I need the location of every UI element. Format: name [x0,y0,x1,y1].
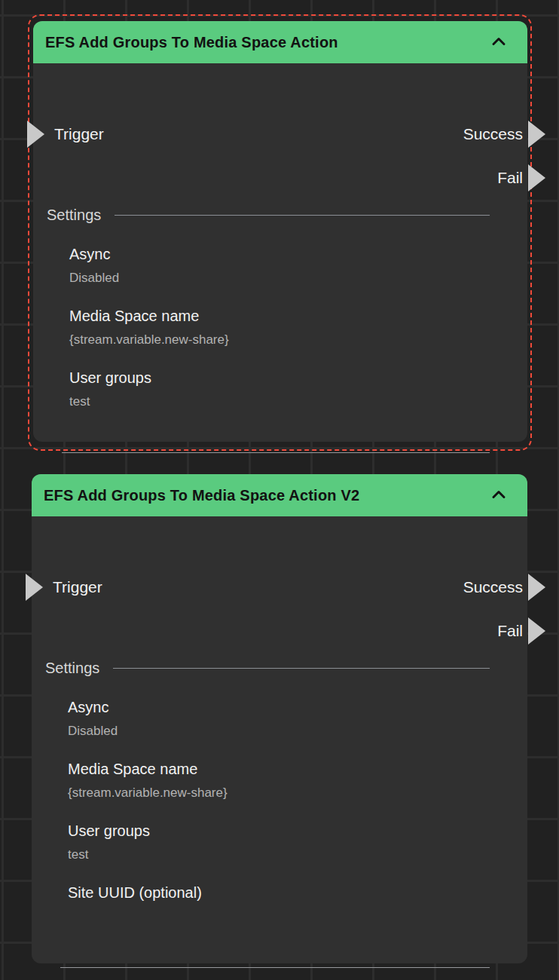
fail-output-port[interactable] [528,164,545,191]
node-body: Trigger Success Fail Settings Async Disa… [32,516,527,963]
settings-divider [113,668,490,669]
node-efs-add-groups-to-media-space-action-v2[interactable]: EFS Add Groups To Media Space Action V2 … [32,474,527,963]
node-title: EFS Add Groups To Media Space Action [45,34,338,51]
fail-output-port[interactable] [528,617,545,645]
trigger-port-label: Trigger [53,578,102,596]
fail-port-label: Fail [497,622,523,640]
port-row: Trigger Success [54,121,523,148]
collapse-button[interactable] [488,33,509,51]
fields-list: Async Disabled Media Space name {stream.… [68,697,509,922]
field-media-space-name: Media Space name {stream.variable.new-sh… [69,306,509,348]
success-output-port[interactable] [528,121,545,148]
chevron-up-icon [491,36,506,48]
collapse-button[interactable] [488,486,509,504]
field-label: Async [68,697,509,717]
port-row: Trigger Success [53,574,523,601]
node-efs-add-groups-to-media-space-action[interactable]: EFS Add Groups To Media Space Action Tri… [33,21,527,442]
field-label: Async [69,244,509,264]
field-user-groups: User groups test [68,821,509,863]
chevron-up-icon [491,489,506,501]
settings-section-label: Settings [47,207,101,224]
field-label: Media Space name [68,759,509,779]
field-media-space-name: Media Space name {stream.variable.new-sh… [68,759,509,801]
field-site-uuid: Site UUID (optional) [68,883,509,902]
success-port-label: Success [463,125,523,143]
settings-section-label: Settings [45,660,99,677]
success-port-label: Success [463,578,523,596]
field-value: {stream.variable.new-share} [69,332,509,348]
port-row: Fail [53,617,523,645]
field-value: Disabled [68,723,509,740]
node-header[interactable]: EFS Add Groups To Media Space Action V2 [32,474,527,516]
field-value: Disabled [69,270,509,286]
field-label: Site UUID (optional) [68,883,509,902]
field-async: Async Disabled [68,697,509,740]
settings-divider [115,215,490,216]
field-user-groups: User groups test [69,368,509,410]
node-header[interactable]: EFS Add Groups To Media Space Action [33,21,527,63]
field-async: Async Disabled [69,244,509,286]
field-label: User groups [68,821,509,841]
node-footer-divider [62,452,490,453]
field-value: test [68,847,509,863]
fail-port-label: Fail [497,169,523,187]
settings-section: Settings [47,204,490,226]
fields-list: Async Disabled Media Space name {stream.… [69,244,509,430]
port-row: Fail [54,164,523,191]
trigger-input-port[interactable] [27,121,44,148]
node-title: EFS Add Groups To Media Space Action V2 [44,487,359,504]
success-output-port[interactable] [528,574,545,601]
trigger-port-label: Trigger [54,125,104,143]
field-label: User groups [69,368,509,387]
field-value: {stream.variable.new-share} [68,785,509,801]
node-body: Trigger Success Fail Settings Async Disa… [33,63,527,442]
field-value: test [69,394,509,410]
flow-canvas[interactable]: EFS Add Groups To Media Space Action Tri… [0,0,559,980]
node-footer-divider [60,967,490,968]
field-label: Media Space name [69,306,509,326]
settings-section: Settings [45,657,490,679]
trigger-input-port[interactable] [26,574,43,601]
